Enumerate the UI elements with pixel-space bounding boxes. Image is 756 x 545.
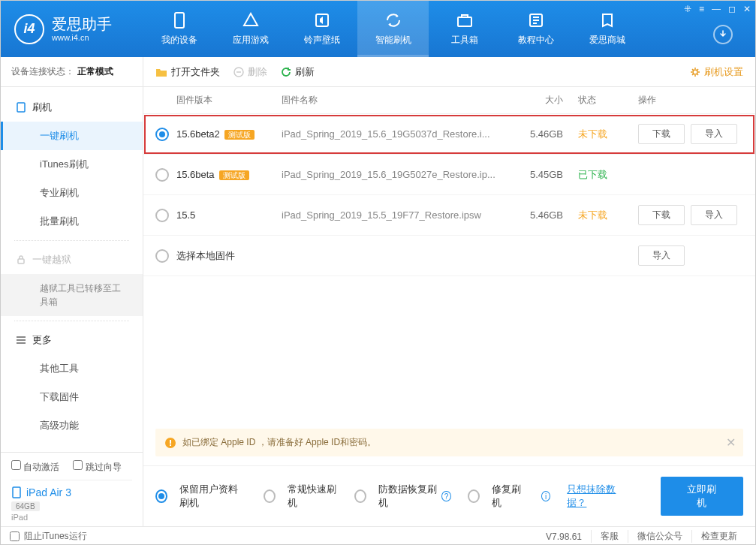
firmware-status: 已下载 [563,168,623,182]
svg-rect-5 [18,259,24,263]
firmware-row[interactable]: 15.6beta测试版iPad_Spring_2019_15.6_19G5027… [143,155,755,195]
col-version: 固件版本 [176,94,282,107]
nav-4[interactable]: 工具箱 [429,1,500,57]
device-type: iPad [11,513,132,522]
flash-mode-row: 保留用户资料刷机 常规快速刷机 防数据恢复刷机? 修复刷机 i 只想抹除数据？ … [143,465,755,526]
svg-rect-0 [175,13,184,28]
download-button[interactable]: 下载 [638,124,685,144]
device-name[interactable]: iPad Air 3 [11,486,132,498]
top-nav: 我的设备应用游戏铃声壁纸智能刷机工具箱教程中心爱思商城 [143,1,755,57]
flash-settings-button[interactable]: 刷机设置 [690,65,743,79]
minimize-icon[interactable]: — [712,4,721,14]
toolbar: 打开文件夹 删除 刷新 刷机设置 [143,57,755,87]
row-radio[interactable] [155,128,169,141]
sidebar-jailbreak-note: 越狱工具已转移至工具箱 [1,274,143,316]
sidebar-more-2[interactable]: 高级功能 [1,411,143,440]
import-button[interactable]: 导入 [638,245,685,266]
skip-guide-checkbox[interactable]: 跳过向导 [73,460,121,474]
nav-5[interactable]: 教程中心 [500,1,571,57]
delete-button: 删除 [233,65,267,79]
app-url: www.i4.cn [52,33,112,43]
firmware-size: 5.46GB [511,128,563,140]
sidebar-item-0[interactable]: 一键刷机 [1,122,143,150]
window-controls: ⁜ ≡ — ◻ ✕ [684,4,751,14]
alert-close-icon[interactable]: ✕ [726,435,736,450]
col-size: 大小 [511,94,563,107]
wechat-link[interactable]: 微信公众号 [628,530,691,543]
app-title: 爱思助手 [52,15,112,33]
sidebar-cat-jailbreak: 一键越狱 [1,245,143,274]
device-panel: 自动激活 跳过向导 iPad Air 3 64GB iPad [1,452,143,526]
firmware-row[interactable]: 选择本地固件导入 [143,236,755,276]
erase-data-link[interactable]: 只想抹除数据？ [567,483,628,510]
nav-6[interactable]: 爱思商城 [571,1,643,57]
row-radio[interactable] [155,168,169,182]
app-version: V7.98.61 [546,531,591,542]
firmware-row[interactable]: 15.5iPad_Spring_2019_15.5_19F77_Restore.… [143,195,755,236]
svg-rect-14 [170,444,171,446]
sidebar-cat-more[interactable]: 更多 [1,326,143,354]
svg-rect-6 [17,336,26,338]
close-icon[interactable]: ✕ [743,4,751,14]
device-storage: 64GB [11,501,40,511]
nav-0[interactable]: 我的设备 [143,1,215,57]
sidebar-more-1[interactable]: 下载固件 [1,383,143,411]
firmware-status: 未下载 [563,209,623,222]
apple-id-alert: 如已绑定 Apple ID ，请准备好 Apple ID和密码。 ✕ [155,429,743,456]
col-status: 状态 [563,94,623,107]
sidebar-item-2[interactable]: 专业刷机 [1,179,143,207]
status-footer: 阻止iTunes运行 V7.98.61 客服 微信公众号 检查更新 [1,526,755,545]
app-header: ⁜ ≡ — ◻ ✕ i4 爱思助手 www.i4.cn 我的设备应用游戏铃声壁纸… [1,1,755,57]
svg-rect-8 [17,342,26,344]
sidebar: 设备连接状态：正常模式 刷机 一键刷机iTunes刷机专业刷机批量刷机 一键越狱… [1,57,143,526]
firmware-status: 未下载 [563,128,623,141]
mode-recover[interactable]: 防数据恢复刷机? [354,483,450,510]
sidebar-item-1[interactable]: iTunes刷机 [1,150,143,179]
firmware-size: 5.45GB [511,169,563,180]
table-header: 固件版本 固件名称 大小 状态 操作 [143,87,755,114]
info-icon[interactable]: i [541,491,551,501]
connection-status: 设备连接状态：正常模式 [1,57,143,87]
check-update-link[interactable]: 检查更新 [691,530,746,543]
svg-rect-7 [17,339,26,341]
info-icon[interactable]: ? [441,491,450,501]
svg-rect-9 [13,487,20,498]
mode-fast[interactable]: 常规快速刷机 [264,483,338,510]
svg-point-11 [693,70,697,74]
customer-service-link[interactable]: 客服 [591,530,628,543]
firmware-row[interactable]: 15.6beta2测试版iPad_Spring_2019_15.6_19G503… [143,114,755,155]
col-ops: 操作 [623,94,743,107]
open-folder-button[interactable]: 打开文件夹 [155,65,220,79]
svg-rect-13 [170,440,171,444]
row-radio[interactable] [155,249,169,263]
start-flash-button[interactable]: 立即刷机 [661,477,743,516]
logo-icon: i4 [14,14,44,44]
sidebar-more-0[interactable]: 其他工具 [1,354,143,383]
firmware-size: 5.46GB [511,209,563,221]
download-button[interactable]: 下载 [638,205,685,225]
firmware-name: iPad_Spring_2019_15.5_19F77_Restore.ipsw [282,209,511,221]
row-radio[interactable] [155,209,169,222]
import-button[interactable]: 导入 [691,124,737,144]
download-manager-icon[interactable] [713,25,733,44]
settings-icon[interactable]: ⁜ [684,4,691,14]
menu-icon[interactable]: ≡ [699,4,704,14]
svg-rect-2 [458,17,471,26]
block-itunes-checkbox[interactable]: 阻止iTunes运行 [10,530,87,543]
import-button[interactable]: 导入 [691,205,737,225]
refresh-button[interactable]: 刷新 [281,65,315,79]
mode-repair[interactable]: 修复刷机 [468,483,525,510]
sidebar-cat-flash[interactable]: 刷机 [1,93,143,122]
mode-keep-data[interactable]: 保留用户资料刷机 [155,483,247,510]
svg-rect-4 [17,103,25,112]
nav-2[interactable]: 铃声壁纸 [286,1,357,57]
main-panel: 打开文件夹 删除 刷新 刷机设置 固件版本 固件名称 大小 状态 操作 15.6… [143,57,755,526]
firmware-name: iPad_Spring_2019_15.6_19G5037d_Restore.i… [282,128,511,140]
sidebar-item-3[interactable]: 批量刷机 [1,207,143,236]
maximize-icon[interactable]: ◻ [728,4,736,14]
firmware-name: iPad_Spring_2019_15.6_19G5027e_Restore.i… [282,169,511,180]
nav-3[interactable]: 智能刷机 [357,1,429,57]
nav-1[interactable]: 应用游戏 [215,1,286,57]
logo: i4 爱思助手 www.i4.cn [1,1,143,57]
auto-activate-checkbox[interactable]: 自动激活 [11,460,59,474]
